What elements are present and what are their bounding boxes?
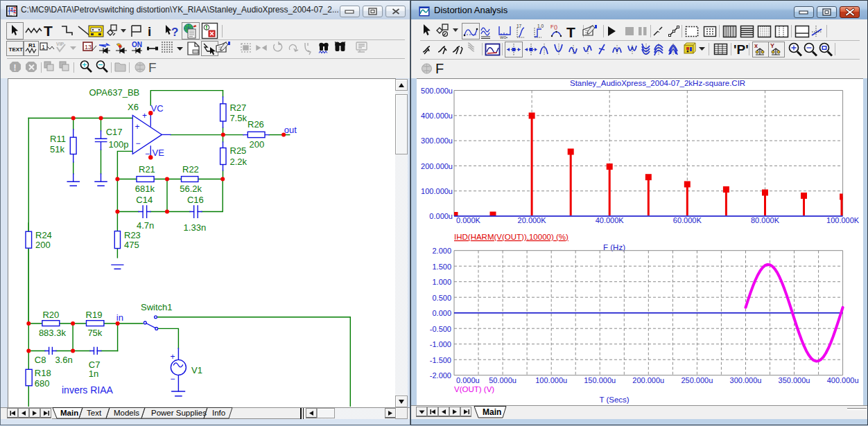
svg-text:x: x — [754, 42, 758, 49]
svg-text:Y: Y — [770, 42, 774, 49]
svg-text:F: F — [435, 61, 444, 76]
svg-text:'P': 'P' — [734, 42, 749, 57]
